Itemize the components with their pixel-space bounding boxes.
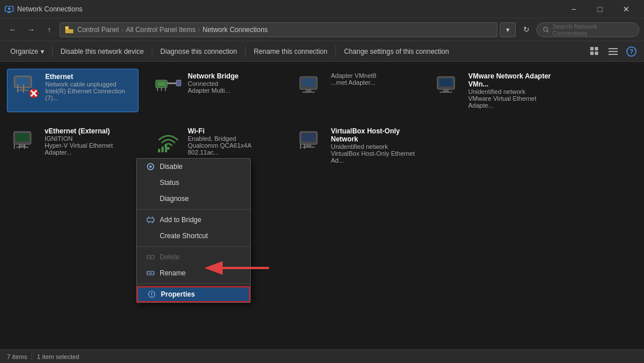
svg-rect-40 [440, 92, 452, 93]
network-bridge-status: Connected [188, 80, 277, 87]
diagnose-icon [146, 194, 155, 203]
toolbar-separator [335, 46, 336, 57]
network-bridge-adapter: Adapter Multi... [188, 87, 277, 94]
svg-rect-38 [439, 78, 453, 86]
properties-icon [147, 290, 156, 299]
svg-rect-36 [302, 92, 315, 93]
minimize-button[interactable]: − [560, 0, 587, 18]
annotation-arrow [203, 259, 272, 277]
rename-icon [146, 269, 155, 278]
view-options-button[interactable] [587, 44, 603, 60]
virtualbox-item[interactable]: VirtualBox Host-Only Network Unidentifie… [293, 124, 425, 167]
vmnet8-status: Adapter VMnet8 [331, 72, 414, 79]
maximize-button[interactable]: □ [587, 0, 613, 18]
ctx-properties[interactable]: Properties [137, 286, 250, 302]
ctx-shortcut-label: Create Shortcut [160, 232, 208, 240]
close-button[interactable]: ✕ [613, 0, 639, 18]
wifi-icon [155, 127, 182, 155]
organize-button[interactable]: Organize ▾ [5, 43, 50, 60]
ctx-status-label: Status [160, 179, 179, 187]
ethernet-connection-item[interactable]: Ethernet Network cable unplugged Intel(R… [7, 69, 139, 112]
up-button[interactable]: ↑ [41, 22, 57, 38]
network-bridge-icon [155, 72, 182, 100]
ctx-diagnose[interactable]: Diagnose [137, 191, 250, 207]
svg-rect-50 [161, 147, 164, 152]
disable-icon [146, 162, 155, 171]
vethernet-adapter: Hyper-V Virtual Ethernet Adapter... [45, 142, 134, 156]
svg-rect-20 [17, 90, 29, 91]
help-button[interactable]: ? [623, 44, 639, 60]
refresh-button[interactable]: ↻ [518, 22, 534, 38]
vethernet-item[interactable]: vEthernet (External) IGNITION Hyper-V Vi… [7, 124, 139, 167]
svg-rect-19 [20, 88, 26, 90]
ctx-bridge-label: Add to Bridge [160, 216, 202, 224]
change-settings-button[interactable]: Change settings of this connection [338, 43, 455, 60]
path-separator: › [121, 26, 124, 34]
path-segment-active: Network Connections [203, 26, 268, 34]
svg-rect-53 [302, 133, 315, 141]
virtualbox-name: VirtualBox Host-Only Network [331, 127, 420, 143]
diagnose-button[interactable]: Diagnose this connection [155, 43, 243, 60]
rename-button[interactable]: Rename this connection [248, 43, 333, 60]
context-menu: Disable Status Diagnose Add to Bridge [136, 158, 251, 303]
svg-point-48 [167, 147, 170, 150]
vmware-adapter-item[interactable]: VMware Network Adapter VMn... Unidentifi… [430, 69, 562, 112]
ethernet-status: Network cable unplugged [45, 81, 133, 88]
address-dropdown[interactable]: ▾ [500, 22, 516, 37]
svg-rect-49 [158, 149, 160, 152]
vethernet-status: IGNITION [45, 135, 134, 142]
toolbar: Organize ▾ Disable this network device D… [0, 41, 644, 62]
network-bridge-info: Network Bridge Connected Adapter Multi..… [188, 72, 277, 94]
svg-rect-35 [306, 89, 311, 92]
svg-rect-12 [609, 48, 618, 49]
item-count: 7 items [7, 353, 27, 360]
address-path[interactable]: Control Panel › All Control Panel Items … [60, 22, 497, 37]
back-button[interactable]: ← [5, 22, 21, 38]
virtualbox-status: Unidentified network [331, 143, 420, 150]
vethernet-info: vEthernet (External) IGNITION Hyper-V Vi… [45, 127, 134, 156]
vmnet8-adapter: ...rnet Adapter... [331, 79, 414, 86]
svg-rect-29 [176, 80, 181, 86]
search-box[interactable]: Search Network Connections [536, 22, 639, 37]
status-separator [31, 353, 32, 361]
network-bridge-item[interactable]: Network Bridge Connected Adapter Multi..… [150, 69, 282, 112]
ctx-separator-1 [137, 209, 250, 210]
path-separator: › [198, 26, 200, 34]
shortcut-icon [146, 231, 155, 240]
svg-rect-13 [609, 51, 618, 52]
forward-button[interactable]: → [23, 22, 39, 38]
window-title: Network Connections [17, 5, 560, 13]
ctx-add-bridge[interactable]: Add to Bridge [137, 212, 250, 228]
disable-network-button[interactable]: Disable this network device [55, 43, 149, 60]
svg-point-3 [8, 7, 10, 10]
svg-rect-34 [302, 78, 315, 86]
ctx-disable-label: Disable [160, 163, 183, 171]
vmware-status: Unidentified network [468, 88, 558, 95]
toolbar-separator [152, 46, 152, 57]
toolbar-right: ? [587, 44, 639, 60]
ethernet-icon [12, 73, 39, 100]
svg-rect-10 [590, 52, 594, 55]
vethernet-icon [11, 127, 39, 155]
ctx-separator-3 [137, 283, 250, 284]
wifi-adapter: Qualcomm QCA61x4A 802.11ac... [188, 142, 277, 156]
toolbar-separator [52, 46, 53, 57]
status-bar: 7 items 1 item selected [0, 349, 644, 363]
ctx-separator-2 [137, 246, 250, 247]
ctx-rename-label: Rename [160, 269, 185, 277]
ctx-disable[interactable]: Disable [137, 159, 250, 175]
vmware-name: VMware Network Adapter VMn... [468, 72, 558, 88]
ctx-properties-label: Properties [161, 290, 195, 298]
view-toggle-button[interactable] [605, 44, 621, 60]
ctx-shortcut[interactable]: Create Shortcut [137, 228, 250, 244]
ctx-status[interactable]: Status [137, 175, 250, 191]
svg-rect-42 [15, 133, 29, 141]
vmnet8-icon [298, 72, 325, 100]
window-controls: − □ ✕ [560, 0, 639, 18]
vmnet8-item[interactable]: Adapter VMnet8 ...rnet Adapter... [293, 69, 419, 112]
toolbar-separator [245, 46, 246, 57]
ethernet-info: Ethernet Network cable unplugged Intel(R… [45, 73, 133, 101]
wifi-status: Enabled, Bridged [188, 135, 277, 142]
title-bar: Network Connections − □ ✕ [0, 0, 644, 18]
delete-icon [146, 252, 155, 262]
